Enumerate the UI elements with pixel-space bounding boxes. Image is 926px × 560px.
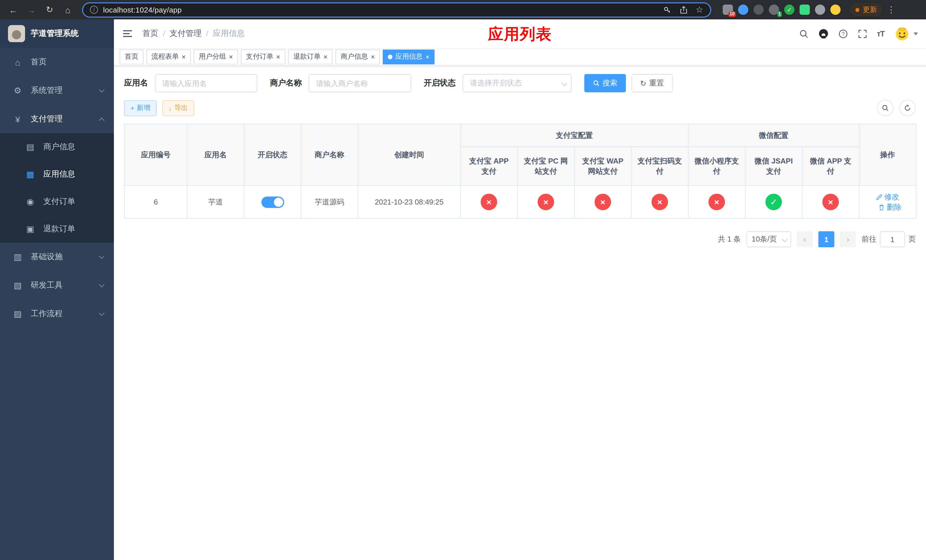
sidebar-item-system[interactable]: ⚙ 系统管理 [0,76,114,105]
bookmark-star-icon[interactable]: ☆ [696,5,703,15]
breadcrumb-home[interactable]: 首页 [142,29,158,39]
browser-back-button[interactable]: ← [6,2,21,17]
status-toggle[interactable] [261,196,284,207]
tab-user-group[interactable]: 用户分组 × [194,49,238,64]
close-icon[interactable]: × [229,53,233,60]
sidebar-item-refund-orders[interactable]: ▣ 退款订单 [0,215,114,243]
font-size-icon[interactable]: тT [877,29,884,38]
breadcrumb-payment[interactable]: 支付管理 [170,29,201,39]
github-icon[interactable] [818,29,828,39]
browser-update-button[interactable]: 更新 [850,3,883,17]
cell-wechat-app: × [802,185,859,218]
sidebar-logo[interactable]: 芋道管理系统 [0,20,114,48]
user-avatar[interactable] [894,26,918,42]
search-icon[interactable] [799,29,808,38]
toggle-search-button[interactable] [877,100,894,116]
fullscreen-icon[interactable] [857,29,867,38]
content: 应用名 商户名称 开启状态 请选择开启状态 [114,66,926,560]
page-size-select[interactable]: 10条/页 [747,231,791,247]
prev-page-button[interactable]: ‹ [797,231,813,247]
svg-text:?: ? [841,31,844,36]
infra-icon: ▥ [11,252,24,262]
browser-menu-icon[interactable]: ⋮ [886,5,896,15]
close-icon[interactable]: × [371,53,375,60]
extension-dark-icon[interactable] [754,5,764,15]
close-icon[interactable]: × [182,53,186,60]
pagination-total: 共 1 条 [718,234,741,244]
extension-green-square-icon[interactable] [800,5,810,15]
refresh-button[interactable] [899,100,916,116]
extension-profile-icon[interactable]: 1 [769,5,779,15]
cell-alipay-wap: × [574,185,631,218]
hamburger-icon[interactable] [114,20,142,48]
site-info-icon[interactable]: i [90,6,98,14]
status-select[interactable]: 请选择开启状态 [462,74,572,92]
extension-badge-green: 1 [777,11,782,17]
tab-pay-orders[interactable]: 支付订单 × [241,49,285,64]
extensions-puzzle-icon[interactable]: 10 [723,5,733,15]
close-icon[interactable]: × [276,53,280,60]
plus-icon: + [130,104,135,112]
add-button[interactable]: + 新增 [124,100,157,116]
reset-button[interactable]: ↻ 重置 [632,74,673,92]
browser-forward-button[interactable]: → [24,2,39,17]
navbar-actions: ? тT [799,26,926,42]
tab-home[interactable]: 首页 [120,49,144,64]
tab-app-info-active[interactable]: 应用信息 × [383,49,434,64]
browser-home-button[interactable]: ⌂ [61,2,75,17]
extension-pin-icon[interactable] [815,5,825,15]
browser-reload-button[interactable]: ↻ [42,2,57,17]
search-icon [593,80,600,86]
current-page-button[interactable]: 1 [819,231,834,247]
chevron-down-icon [99,87,104,92]
trash-icon [878,204,885,210]
browser-toolbar: ← → ↻ ⌂ i localhost:1024/pay/app ☆ 10 [0,0,926,20]
tab-process-form[interactable]: 流程表单 × [146,49,191,64]
page-size-value: 10条/页 [752,234,777,244]
chevron-down-icon [561,80,567,86]
cell-wechat-jsapi: ✓ [745,185,802,218]
sidebar-item-infrastructure[interactable]: ▥ 基础设施 [0,243,114,271]
extension-badge: 10 [728,11,736,17]
next-page-button[interactable]: › [840,231,856,247]
password-key-icon[interactable] [663,5,671,14]
filter-form: 应用名 商户名称 开启状态 请选择开启状态 [124,74,916,92]
sidebar-item-merchant-info[interactable]: ▤ 商户信息 [0,133,114,160]
sidebar-item-pay-orders[interactable]: ◉ 支付订单 [0,188,114,215]
tab-label: 首页 [125,52,138,62]
sidebar-item-app-info[interactable]: ▦ 应用信息 [0,160,114,188]
address-bar[interactable]: i localhost:1024/pay/app ☆ [82,2,711,17]
export-button-label: 导出 [174,103,188,113]
chevron-up-icon [99,117,104,123]
col-app-id: 应用编号 [124,124,187,185]
edit-link[interactable]: 修改 [876,192,899,202]
tab-merchant-info[interactable]: 商户信息 × [336,49,380,64]
sidebar-item-dev-tools[interactable]: ▧ 研发工具 [0,271,114,300]
col-created: 创建时间 [358,124,460,185]
share-icon[interactable] [679,5,688,14]
sidebar-item-label: 工作流程 [31,309,100,319]
search-button[interactable]: 搜索 [584,74,626,92]
tab-refund-orders[interactable]: 退款订单 × [288,49,333,64]
logo-avatar [8,25,25,42]
merchant-name-input[interactable] [309,74,411,92]
close-icon[interactable]: × [425,53,430,60]
goto-page-input[interactable] [880,231,905,247]
extension-smiley-icon[interactable] [830,5,841,15]
goto-label: 前往 [862,234,876,244]
tags-view: 首页 流程表单 × 用户分组 × 支付订单 × 退款订单 × [114,48,926,66]
help-icon[interactable]: ? [838,29,848,38]
delete-link[interactable]: 删除 [878,202,902,212]
tools-icon: ▧ [11,280,24,291]
export-button[interactable]: ↓ 导出 [162,100,194,116]
extension-blue-icon[interactable] [738,5,748,15]
sidebar: 芋道管理系统 ⌂ 首页 ⚙ 系统管理 ¥ 支付管理 [0,20,114,560]
close-icon[interactable]: × [324,53,327,60]
sidebar-item-home[interactable]: ⌂ 首页 [0,48,114,76]
edit-label: 修改 [884,192,899,202]
app-name-input[interactable] [155,74,257,92]
sidebar-item-payment[interactable]: ¥ 支付管理 [0,105,114,133]
sidebar-item-workflow[interactable]: ▨ 工作流程 [0,300,114,328]
gear-icon: ⚙ [11,85,24,96]
extension-green-check-icon[interactable]: ✓ [784,5,794,15]
